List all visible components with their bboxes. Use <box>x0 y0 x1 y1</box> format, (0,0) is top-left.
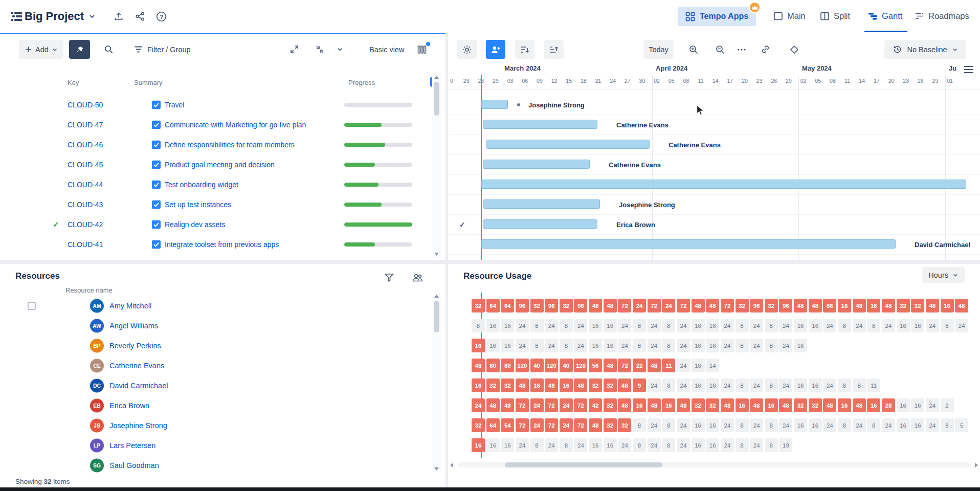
resource-name-link[interactable]: Catherine Evans <box>109 362 164 370</box>
usage-cell[interactable]: 16 <box>809 319 822 332</box>
usage-cell[interactable]: 8 <box>662 418 675 432</box>
usage-cell[interactable]: 8 <box>530 438 544 452</box>
usage-cell[interactable]: 24 <box>926 418 939 432</box>
usage-cell[interactable]: 24 <box>516 339 529 352</box>
usage-cell[interactable]: 16 <box>501 339 514 352</box>
usage-cell[interactable]: 72 <box>677 299 690 313</box>
usage-cell[interactable]: 16 <box>838 398 851 412</box>
usage-cell[interactable]: 32 <box>794 398 807 412</box>
usage-cell[interactable]: 32 <box>765 299 778 313</box>
usage-cell[interactable]: 32 <box>472 299 485 313</box>
usage-cell[interactable]: 48 <box>823 398 836 412</box>
issue-key-link[interactable]: CLOUD-43 <box>68 200 103 209</box>
resource-row[interactable]: AWAngel Williams <box>0 316 432 336</box>
usage-cell[interactable]: 16 <box>486 339 500 352</box>
horizontal-panel-divider[interactable] <box>0 260 980 264</box>
usage-cell[interactable]: 24 <box>721 438 734 452</box>
usage-cell[interactable]: 72 <box>574 398 587 412</box>
usage-cell[interactable]: 8 <box>838 319 851 332</box>
usage-cell[interactable]: 48 <box>853 398 866 412</box>
usage-cell[interactable]: 48 <box>779 398 792 412</box>
issue-key-link[interactable]: CLOUD-44 <box>68 181 103 189</box>
export-button[interactable] <box>114 11 124 21</box>
usage-cell[interactable]: 16 <box>472 438 485 452</box>
resource-name-link[interactable]: Lars Petersen <box>109 441 155 450</box>
usage-cell[interactable]: 48 <box>853 299 866 313</box>
scroll-down-icon[interactable] <box>432 253 441 256</box>
tab-split[interactable]: Split <box>820 0 850 32</box>
usage-cell[interactable]: 24 <box>853 418 866 432</box>
usage-cell[interactable]: 24 <box>750 418 763 432</box>
usage-cell[interactable]: 16 <box>794 319 807 332</box>
issue-row[interactable]: ✓CLOUD-43Set up test instances <box>0 194 432 214</box>
usage-cell[interactable]: 8 <box>838 418 851 432</box>
usage-cell[interactable]: 24 <box>530 398 544 412</box>
usage-cell[interactable]: 40 <box>530 359 544 372</box>
usage-cell[interactable]: 32 <box>736 299 749 313</box>
usage-cell[interactable]: 9 <box>633 378 646 392</box>
usage-cell[interactable]: 48 <box>794 299 807 313</box>
usage-cell[interactable]: 8 <box>853 378 866 392</box>
usage-cell[interactable]: 24 <box>750 378 763 392</box>
usage-cell[interactable]: 24 <box>677 339 690 352</box>
usage-cell[interactable]: 8 <box>662 438 675 452</box>
usage-cell[interactable]: 8 <box>633 319 646 332</box>
usage-cell[interactable]: 8 <box>765 319 778 332</box>
usage-cell[interactable]: 24 <box>516 319 529 332</box>
usage-cell[interactable]: 16 <box>633 398 646 412</box>
usage-cell[interactable]: 16 <box>692 418 705 432</box>
usage-cell[interactable]: 16 <box>486 438 500 452</box>
usage-cell[interactable]: 16 <box>897 398 910 412</box>
usage-cell[interactable]: 16 <box>589 438 602 452</box>
usage-cell[interactable]: 16 <box>472 378 485 392</box>
usage-cell[interactable]: 24 <box>955 319 968 332</box>
scrollbar-thumb[interactable] <box>434 82 439 116</box>
usage-cell[interactable]: 24 <box>750 339 763 352</box>
usage-cell[interactable]: 8 <box>736 319 749 332</box>
usage-cell[interactable]: 24 <box>545 319 558 332</box>
usage-cell[interactable]: 24 <box>472 398 485 412</box>
usage-cell[interactable]: 72 <box>648 299 661 313</box>
usage-cell[interactable]: 16 <box>560 378 573 392</box>
usage-cell[interactable]: 24 <box>779 378 792 392</box>
usage-cell[interactable]: 8 <box>662 339 675 352</box>
usage-cell[interactable]: 24 <box>618 339 631 352</box>
usage-cell[interactable]: 24 <box>545 438 558 452</box>
usage-cell[interactable]: 32 <box>604 378 617 392</box>
usage-cell[interactable]: 48 <box>589 418 602 432</box>
usage-cell[interactable]: 48 <box>501 398 514 412</box>
issue-summary-link[interactable]: Product goal meeting and decision <box>165 161 340 169</box>
usage-cell[interactable]: 16 <box>911 319 924 332</box>
scroll-right-icon[interactable] <box>975 463 978 467</box>
usage-cell[interactable]: 72 <box>516 418 529 432</box>
issue-key-link[interactable]: CLOUD-50 <box>68 101 103 109</box>
usage-cell[interactable]: 8 <box>472 319 485 332</box>
usage-cell[interactable]: 8 <box>736 378 749 392</box>
usage-cell[interactable]: 72 <box>618 359 631 372</box>
usage-cell[interactable]: 24 <box>721 339 734 352</box>
resource-row[interactable]: LPLars Petersen <box>0 435 432 455</box>
usage-cell[interactable]: 16 <box>706 339 719 352</box>
usage-cell[interactable]: 32 <box>501 378 514 392</box>
usage-cell[interactable]: 24 <box>677 319 690 332</box>
usage-cell[interactable]: 24 <box>618 319 631 332</box>
usage-cell[interactable]: 42 <box>589 398 602 412</box>
usage-cell[interactable]: 16 <box>706 319 719 332</box>
usage-cell[interactable]: 24 <box>823 319 836 332</box>
usage-cell[interactable]: 16 <box>692 378 705 392</box>
usage-cell[interactable]: 28 <box>882 398 895 412</box>
tab-gantt[interactable]: Gantt <box>868 0 902 32</box>
usage-cell[interactable]: 8 <box>736 418 749 432</box>
usage-cell[interactable]: 16 <box>809 418 822 432</box>
usage-cell[interactable]: 72 <box>721 299 734 313</box>
structure-logo-icon[interactable] <box>10 11 23 22</box>
usage-cell[interactable]: 16 <box>897 319 910 332</box>
usage-cell[interactable]: 24 <box>721 319 734 332</box>
usage-cell[interactable]: 24 <box>574 319 587 332</box>
usage-cell[interactable]: 16 <box>706 418 719 432</box>
usage-cell[interactable]: 48 <box>589 299 602 313</box>
usage-cell[interactable]: 48 <box>955 299 968 313</box>
usage-cell[interactable]: 24 <box>677 438 690 452</box>
usage-cell[interactable]: 16 <box>706 378 719 392</box>
gantt-bar[interactable] <box>481 100 508 109</box>
